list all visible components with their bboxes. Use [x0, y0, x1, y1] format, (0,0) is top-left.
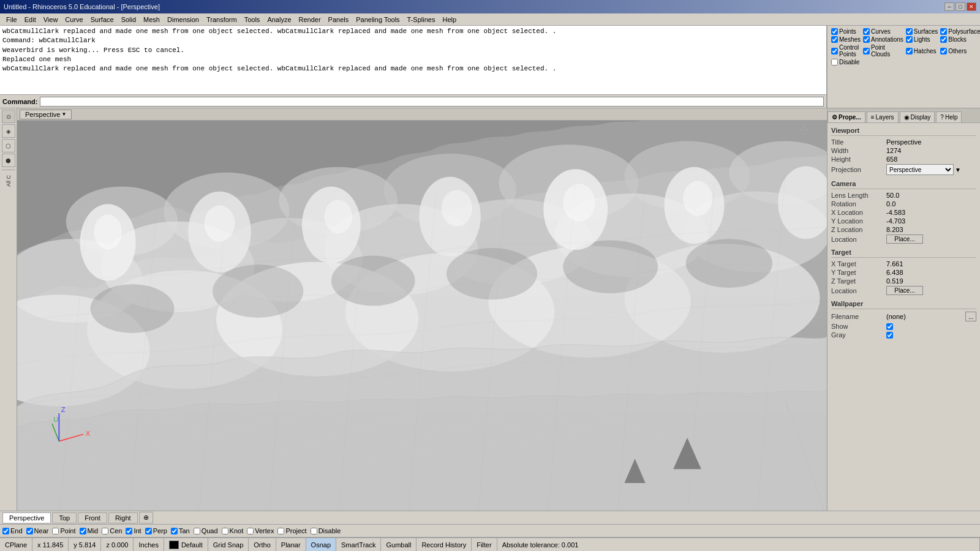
snap-checkbox-vertex[interactable] — [247, 528, 254, 534]
filter-label: Curves — [871, 28, 891, 35]
snap-item-tan: Tan — [171, 527, 190, 534]
panel-tab-help[interactable]: ?Help — [936, 111, 962, 122]
close-button[interactable]: ✕ — [967, 2, 976, 11]
menu-item-solid[interactable]: Solid — [118, 15, 140, 24]
menu-item-panels[interactable]: Panels — [325, 15, 353, 24]
filter-checkbox-disable[interactable] — [831, 59, 838, 66]
snap-checkbox-disable[interactable] — [311, 528, 317, 534]
show-checkbox[interactable] — [886, 323, 893, 330]
filter-checkbox-point-clouds[interactable] — [863, 48, 870, 54]
menu-item-edit[interactable]: Edit — [21, 15, 40, 24]
snap-checkbox-point[interactable] — [52, 528, 59, 534]
filter-item-hatches: Hatches — [906, 44, 938, 58]
panel-tab-display[interactable]: ◉Display — [900, 111, 935, 122]
menu-item-file[interactable]: File — [2, 15, 21, 24]
snap-checkbox-project[interactable] — [277, 528, 284, 534]
menu-item-help[interactable]: Help — [439, 15, 460, 24]
filter-item-points: Points — [831, 28, 861, 35]
properties-content: Viewport Title Perspective Width 1274 He… — [827, 123, 980, 511]
record-history-button[interactable]: Record History — [417, 538, 472, 551]
snap-checkbox-cen[interactable] — [102, 528, 108, 534]
menu-item-tools[interactable]: Tools — [241, 15, 264, 24]
panel-tab-icon: ? — [940, 114, 944, 121]
filter-button[interactable]: Filter — [472, 538, 497, 551]
snap-checkbox-near[interactable] — [26, 528, 33, 534]
command-input[interactable] — [40, 97, 824, 107]
viewport-tab-top[interactable]: Top — [52, 512, 77, 523]
show-label: Show — [831, 323, 886, 330]
projection-select[interactable]: Perspective Parallel — [886, 164, 954, 175]
snap-item-mid: Mid — [80, 527, 99, 534]
filter-label: Surfaces — [914, 28, 938, 35]
tool-mesh-btn[interactable]: ⬡ — [2, 139, 15, 152]
snap-checkbox-quad[interactable] — [194, 528, 200, 534]
viewport-tab-right[interactable]: Right — [108, 512, 138, 523]
snap-checkbox-knot[interactable] — [222, 528, 228, 534]
snap-checkbox-int[interactable] — [126, 528, 132, 534]
filter-checkbox-hatches[interactable] — [906, 48, 913, 54]
viewport-label-button[interactable]: Perspective ▼ — [20, 110, 72, 119]
snap-item-quad: Quad — [194, 527, 218, 534]
camera-location-label-empty: Location — [831, 236, 886, 243]
osnap-button[interactable]: Osnap — [306, 538, 336, 551]
minimize-button[interactable]: – — [944, 2, 954, 11]
tool-label: All C — [6, 175, 12, 187]
filter-checkbox-control-points[interactable] — [831, 48, 838, 54]
planar-button[interactable]: Planar — [276, 538, 306, 551]
snap-checkbox-end[interactable] — [2, 528, 9, 534]
panel-tab-layers[interactable]: ≡Layers — [867, 111, 899, 122]
menu-item-analyze[interactable]: Analyze — [263, 15, 295, 24]
menu-item-render[interactable]: Render — [295, 15, 325, 24]
target-place-button[interactable]: Place... — [886, 286, 923, 295]
panel-tab-prope---[interactable]: ⚙Prope... — [827, 111, 865, 122]
filter-checkbox-meshes[interactable] — [831, 36, 838, 43]
ortho-button[interactable]: Ortho — [249, 538, 276, 551]
camera-place-button[interactable]: Place... — [886, 234, 923, 244]
filter-checkbox-lights[interactable] — [906, 36, 913, 43]
smarttrack-button[interactable]: SmartTrack — [336, 538, 381, 551]
panel-tab-label: Display — [911, 114, 931, 121]
canvas-area[interactable]: X U Z ⊹ — [17, 121, 827, 511]
rotation-label: Rotation — [831, 200, 886, 208]
wallpaper-browse-button[interactable]: ... — [965, 312, 976, 321]
menu-item-paneling-tools[interactable]: Paneling Tools — [352, 15, 403, 24]
menu-item-curve[interactable]: Curve — [61, 15, 86, 24]
snap-checkbox-perp[interactable] — [145, 528, 152, 534]
filter-checkbox-annotations[interactable] — [863, 36, 870, 43]
menu-item-transform[interactable]: Transform — [203, 15, 241, 24]
viewport-tab-perspective[interactable]: Perspective — [2, 512, 51, 523]
filter-checkbox-curves[interactable] — [863, 28, 870, 35]
filter-checkbox-surfaces[interactable] — [906, 28, 913, 35]
grid-snap-button[interactable]: Grid Snap — [208, 538, 249, 551]
svg-point-40 — [447, 248, 537, 299]
command-label: Command: — [2, 98, 37, 105]
camera-section: Camera Lens Length 50.0 Rotation 0.0 X L… — [831, 179, 976, 244]
tool-extra-btn[interactable]: ⬢ — [2, 154, 15, 167]
filter-checkbox-points[interactable] — [831, 28, 838, 35]
gray-checkbox[interactable] — [886, 332, 893, 339]
menu-item-surface[interactable]: Surface — [87, 15, 118, 24]
camera-section-title: Camera — [831, 179, 976, 189]
title-label: Title — [831, 138, 886, 146]
menu-item-t-splines[interactable]: T-Splines — [404, 15, 439, 24]
filter-checkbox-polysurfaces[interactable] — [940, 28, 947, 35]
add-viewport-tab-button[interactable]: ⊕ — [139, 512, 153, 523]
filter-label: Blocks — [948, 36, 966, 43]
viewport-tab-front[interactable]: Front — [78, 512, 107, 523]
snap-checkbox-mid[interactable] — [80, 528, 86, 534]
tool-standard-btn[interactable]: ◈ — [2, 124, 15, 138]
menu-item-mesh[interactable]: Mesh — [140, 15, 164, 24]
y-location-value: -4.703 — [886, 217, 976, 225]
x-coord: x 11.845 — [32, 538, 69, 551]
gumball-button[interactable]: Gumball — [381, 538, 417, 551]
filter-checkbox-blocks[interactable] — [940, 36, 947, 43]
filter-item-lights: Lights — [906, 36, 938, 43]
menu-item-dimension[interactable]: Dimension — [164, 15, 203, 24]
menu-item-view[interactable]: View — [40, 15, 62, 24]
filter-checkbox-others[interactable] — [940, 48, 947, 54]
camera-location-btn-row: Location Place... — [831, 234, 976, 244]
maximize-button[interactable]: □ — [956, 2, 965, 11]
tool-mode-btn[interactable]: ⊙ — [2, 110, 15, 123]
snap-checkbox-tan[interactable] — [171, 528, 178, 534]
filter-label: Polysurfaces — [948, 28, 980, 35]
